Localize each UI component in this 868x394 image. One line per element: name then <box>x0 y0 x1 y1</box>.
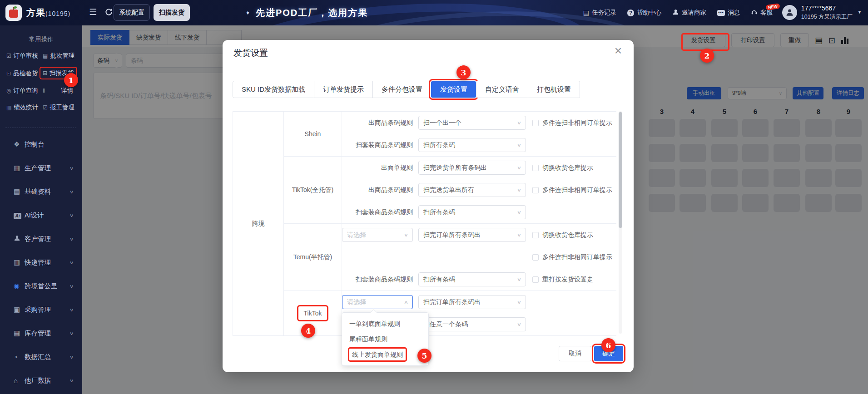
rule-value-select[interactable]: 扫所有条码∨ <box>418 138 526 152</box>
sidebar-item-库存管理[interactable]: ▦库存管理∨ <box>0 321 82 345</box>
collapse-menu-icon[interactable]: ☰ <box>89 8 97 17</box>
sidebar-item-他厂数据[interactable]: ⌂他厂数据∨ <box>0 369 82 392</box>
setting-line: 多件连扫非相同订单提示 <box>342 246 616 268</box>
sidebar-quick-详情[interactable]: ‖详情 <box>43 87 73 95</box>
sidebar-quick-绩效统计[interactable]: ▥绩效统计 <box>6 103 38 112</box>
sidebar-quick-扫描发货[interactable]: ⊟扫描发货 <box>40 68 76 79</box>
scrollbar-thumb[interactable] <box>619 112 622 228</box>
select-value: 扫完订单所有条码出 <box>423 298 481 306</box>
dropdown-option-一单到底面单规则[interactable]: 一单到底面单规则 <box>342 316 428 331</box>
checkbox-切换收货仓库提示[interactable]: 切换收货仓库提示 <box>532 164 593 172</box>
cancel-button[interactable]: 取消 <box>559 346 591 361</box>
platform-label-Temu(半托管): Temu(半托管) <box>293 253 332 261</box>
rule-value-select[interactable]: 扫所有条码∨ <box>418 272 526 286</box>
menu-item-label: 数据汇总 <box>25 353 51 361</box>
checkbox-icon[interactable] <box>532 165 539 171</box>
topbar-nav-item[interactable]: ?帮助中心 <box>627 9 661 17</box>
platform-lines: 出商品条码规则扫一个出一个∨多件连扫非相同订单提示扫套装商品条码规则扫所有条码∨ <box>342 112 616 156</box>
checkbox-多件连扫非相同订单提示[interactable]: 多件连扫非相同订单提示 <box>532 253 612 261</box>
rule-value-select[interactable]: 扫任意一个条码∨ <box>418 317 526 331</box>
chevron-down-icon: ∨ <box>517 165 521 171</box>
menu-item-icon: ◉ <box>14 282 25 290</box>
task-icon: ▤ <box>583 10 589 16</box>
chevron-down-icon: ▼ <box>858 10 862 15</box>
rule-value-select[interactable]: 扫完送货单出所有∨ <box>418 183 526 197</box>
checkbox-icon[interactable] <box>532 254 539 261</box>
sidebar-item-跨境首公里[interactable]: ◉跨境首公里∨ <box>0 274 82 298</box>
chevron-down-icon: ∨ <box>517 187 521 193</box>
dropdown-option-尾程面单规则[interactable]: 尾程面单规则 <box>342 331 428 347</box>
topbar-nav-item[interactable]: •••消息 <box>717 9 740 17</box>
sidebar-item-基础资料[interactable]: ▤基础资料∨ <box>0 180 82 203</box>
system-config-button[interactable]: 系统配置 <box>114 4 150 21</box>
select-value: 扫所有条码 <box>423 141 455 149</box>
sidebar-item-控制台[interactable]: ❖控制台 <box>0 133 82 156</box>
sidebar-quick-订单查询[interactable]: ◎订单查询 <box>6 87 38 95</box>
setting-line: 请选择∨扫完订单所有条码出∨切换收货仓库提示 <box>342 224 616 246</box>
setting-line: 扫套装商品条码规则扫所有条码∨ <box>342 201 616 223</box>
rule-type-select[interactable]: 请选择∧ <box>342 295 413 309</box>
sidebar-item-快递管理[interactable]: ▥快递管理∨ <box>0 251 82 274</box>
rule-value-select[interactable]: 扫所有条码∨ <box>418 205 526 219</box>
quick-item-icon: ☑ <box>43 105 48 110</box>
dialog-tab-发货设置[interactable]: 发货设置 <box>431 81 476 98</box>
quick-item-icon: ☑ <box>6 53 11 59</box>
rule-value-select[interactable]: 扫一个出一个∨ <box>418 116 526 130</box>
select-value: 扫完送货单所有条码出 <box>423 164 487 172</box>
quick-item-icon: ▤ <box>43 53 48 59</box>
checkbox-icon[interactable] <box>532 120 539 126</box>
quick-item-icon: ▥ <box>6 105 11 110</box>
checkbox-多件连扫非相同订单提示[interactable]: 多件连扫非相同订单提示 <box>532 186 612 194</box>
settings-table: 跨境 Shein出商品条码规则扫一个出一个∨多件连扫非相同订单提示扫套装商品条码… <box>233 111 616 336</box>
checkbox-重打按发货设置走[interactable]: 重打按发货设置走 <box>532 276 593 284</box>
rule-value-select[interactable]: 扫完订单所有条码出∨ <box>418 295 526 309</box>
sidebar-item-客户管理[interactable]: 客户管理∨ <box>0 227 82 251</box>
sidebar-item-生产管理[interactable]: ▦生产管理∨ <box>0 156 82 180</box>
menu-item-icon: ◔ <box>14 353 25 361</box>
checkbox-icon[interactable] <box>532 187 539 193</box>
sidebar-quick-订单审核[interactable]: ☑订单审核 <box>6 52 38 60</box>
dropdown-option-线上发货面单规则[interactable]: 线上发货面单规则 <box>342 347 428 362</box>
dialog-tab-订单发货提示[interactable]: 订单发货提示 <box>314 81 372 98</box>
dialog-tab-自定义语音[interactable]: 自定义语音 <box>476 81 528 98</box>
rule-label: 扫套装商品条码规则 <box>356 276 413 284</box>
dialog-tab-SKU ID发货数据加载[interactable]: SKU ID发货数据加载 <box>233 81 314 98</box>
close-icon[interactable]: × <box>615 44 622 57</box>
rule-label-zone: 扫套装商品条码规则 <box>342 208 413 217</box>
rule-value-select[interactable]: 扫完订单所有条码出∨ <box>418 228 526 242</box>
checkbox-切换收货仓库提示[interactable]: 切换收货仓库提示 <box>532 231 593 239</box>
scan-ship-button[interactable]: 扫描发货 <box>154 4 190 21</box>
quick-item-icon: ‖ <box>43 88 45 94</box>
topbar-nav: ▤任务记录?帮助中心邀请商家•••消息客服NEW <box>583 0 773 25</box>
quick-item-icon: ⊟ <box>43 70 47 76</box>
dialog-tab-打包机设置[interactable]: 打包机设置 <box>528 81 580 98</box>
app-title-text: 方果 <box>26 8 45 18</box>
dialog-tab-多件分包设置[interactable]: 多件分包设置 <box>372 81 431 98</box>
refresh-icon[interactable] <box>104 8 113 18</box>
chevron-down-icon: ∨ <box>69 307 74 312</box>
quick-item-label: 品检验货 <box>13 69 38 78</box>
sidebar-quick-品检验货[interactable]: ⊡品检验货 <box>6 69 38 78</box>
user-menu[interactable]: 177****5667 10195 方果演示工厂 ▼ <box>782 4 862 21</box>
checkbox-多件连扫非相同订单提示[interactable]: 多件连扫非相同订单提示 <box>532 119 612 127</box>
topbar-nav-item[interactable]: 邀请商家 <box>672 9 706 17</box>
topbar-nav-item[interactable]: ▤任务记录 <box>583 9 616 17</box>
confirm-button[interactable]: 确定 <box>594 346 623 361</box>
checkbox-icon[interactable] <box>532 276 539 283</box>
rule-value-select[interactable]: 扫完送货单所有条码出∨ <box>418 161 526 175</box>
help-icon: ? <box>627 10 634 16</box>
sidebar-quick-报工管理[interactable]: ☑报工管理 <box>43 103 74 112</box>
setting-line: 出商品条码规则扫完送货单出所有∨多件连扫非相同订单提示 <box>342 179 616 201</box>
topbar-nav-item[interactable]: 客服NEW <box>751 9 773 17</box>
sidebar-item-数据汇总[interactable]: ◔数据汇总∨ <box>0 345 82 369</box>
avatar <box>782 5 797 20</box>
sidebar-quick-批次管理[interactable]: ▤批次管理 <box>43 52 74 60</box>
dialog-tabs: SKU ID发货数据加载订单发货提示多件分包设置发货设置自定义语音打包机设置 <box>233 81 580 98</box>
sidebar-item-AI设计[interactable]: AiAI设计∨ <box>0 203 82 227</box>
menu-item-label: 跨境首公里 <box>25 282 58 291</box>
checkbox-icon[interactable] <box>532 232 539 238</box>
quick-item-label: 订单审核 <box>14 52 38 60</box>
sidebar-item-采购管理[interactable]: ▣采购管理∨ <box>0 298 82 321</box>
topbar: 方果(10195) ☰ 系统配置 扫描发货 ✦ 先进POD工厂，选用方果 ▤任务… <box>0 0 868 25</box>
rule-type-select[interactable]: 请选择∨ <box>342 228 413 242</box>
